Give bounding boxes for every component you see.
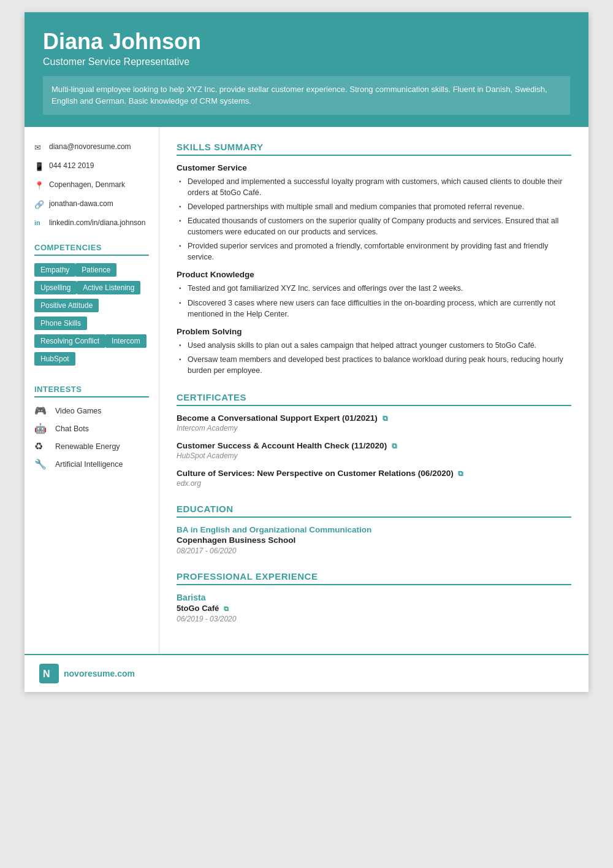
interest-label: Artificial Intelligence — [55, 460, 123, 469]
competency-badge: Positive Attitude — [34, 299, 99, 312]
competencies-list: EmpathyPatienceUpsellingActive Listening… — [34, 263, 149, 370]
phone-label: 044 412 2019 — [49, 161, 94, 171]
skill-bullet-list: Used analysis skills to plan out a sales… — [177, 340, 571, 376]
linkedin-contact: in linkedin.com/in/diana.johnson — [34, 218, 149, 228]
cert-org: Intercom Academy — [177, 424, 571, 432]
competencies-title: COMPETENCIES — [34, 243, 149, 256]
interest-icon: ♻ — [34, 440, 50, 452]
main-content: SKILLS SUMMARY Customer ServiceDeveloped… — [159, 127, 588, 655]
interests-section: INTERESTS 🎮Video Games🤖Chat Bots♻Renewab… — [34, 385, 149, 470]
cert-title: Culture of Services: New Perspective on … — [177, 469, 571, 478]
interest-label: Renewable Energy — [55, 442, 120, 451]
resume-container: Diana Johnson Customer Service Represent… — [25, 12, 588, 692]
exp-job-title: Barista — [177, 593, 571, 602]
website-label: jonathan-dawa.com — [49, 199, 113, 209]
certificates-section: CERTIFICATES Become a Conversational Sup… — [177, 392, 571, 488]
certificates-title: CERTIFICATES — [177, 392, 571, 406]
interest-item: 🔧Artificial Intelligence — [34, 458, 149, 470]
interest-label: Video Games — [55, 407, 102, 415]
competency-badge: Upselling — [34, 281, 77, 294]
website-icon: 🔗 — [34, 199, 45, 210]
skills-section: SKILLS SUMMARY Customer ServiceDeveloped… — [177, 142, 571, 377]
interests-title: INTERESTS — [34, 385, 149, 398]
certificate-item: Become a Conversational Support Expert (… — [177, 413, 571, 432]
skill-subsection-title: Product Knowledge — [177, 270, 571, 279]
location-icon: 📍 — [34, 180, 45, 191]
skills-content: Customer ServiceDeveloped and implemente… — [177, 163, 571, 377]
education-dates: 08/2017 - 06/2020 — [177, 547, 571, 555]
certificates-content: Become a Conversational Support Expert (… — [177, 413, 571, 488]
candidate-title: Customer Service Representative — [43, 56, 570, 67]
competency-badge: HubSpot — [34, 352, 75, 366]
body-section: ✉ diana@novoresume.com 📱 044 412 2019 📍 … — [25, 127, 588, 655]
cert-link-icon: ⧉ — [383, 414, 388, 423]
exp-link-icon: ⧉ — [224, 605, 229, 612]
competencies-section: COMPETENCIES EmpathyPatienceUpsellingAct… — [34, 243, 149, 370]
cert-link-icon: ⧉ — [392, 442, 397, 450]
skill-bullet-item: Oversaw team members and developed best … — [177, 354, 571, 376]
skill-bullet-list: Developed and implemented a successful l… — [177, 176, 571, 263]
email-icon: ✉ — [34, 142, 45, 153]
skill-bullet-item: Discovered 3 cases where new users can f… — [177, 298, 571, 320]
exp-dates: 06/2019 - 03/2020 — [177, 615, 571, 623]
experience-item: Barista 5toGo Café ⧉ 06/2019 - 03/2020 — [177, 593, 571, 623]
competency-badge: Patience — [75, 263, 116, 277]
skill-subsection-title: Problem Solving — [177, 327, 571, 336]
interest-icon: 🔧 — [34, 458, 50, 470]
linkedin-icon: in — [34, 218, 45, 228]
certificate-item: Customer Success & Account Health Check … — [177, 441, 571, 460]
interest-item: 🎮Video Games — [34, 405, 149, 417]
cert-org: HubSpot Academy — [177, 451, 571, 460]
interest-icon: 🎮 — [34, 405, 50, 417]
location-label: Copenhagen, Denmark — [49, 180, 125, 190]
competency-badge: Empathy — [34, 263, 75, 277]
education-degree: BA in English and Organizational Communi… — [177, 525, 571, 534]
footer-logo-text: novoresume.com — [64, 669, 135, 678]
interest-icon: 🤖 — [34, 423, 50, 434]
footer-logo: N novoresume.com — [39, 664, 135, 683]
interest-label: Chat Bots — [55, 424, 89, 433]
skill-bullet-item: Developed partnerships with multiple sma… — [177, 201, 571, 212]
header-section: Diana Johnson Customer Service Represent… — [25, 12, 588, 127]
cert-title: Customer Success & Account Health Check … — [177, 441, 571, 450]
email-label: diana@novoresume.com — [49, 142, 131, 152]
competency-badge: Active Listening — [77, 281, 140, 294]
candidate-name: Diana Johnson — [43, 29, 570, 54]
website-contact: 🔗 jonathan-dawa.com — [34, 199, 149, 210]
skill-bullet-list: Tested and got familiarized XYZ Inc. ser… — [177, 283, 571, 319]
phone-contact: 📱 044 412 2019 — [34, 161, 149, 172]
experience-title: PROFESSIONAL EXPERIENCE — [177, 571, 571, 585]
skill-bullet-item: Provided superior services and promoted … — [177, 240, 571, 263]
header-summary: Multi-lingual employee looking to help X… — [43, 76, 570, 115]
cert-org: edx.org — [177, 479, 571, 488]
competency-badge: Phone Skills — [34, 317, 87, 330]
experience-content: Barista 5toGo Café ⧉ 06/2019 - 03/2020 — [177, 593, 571, 623]
email-contact: ✉ diana@novoresume.com — [34, 142, 149, 153]
sidebar: ✉ diana@novoresume.com 📱 044 412 2019 📍 … — [25, 127, 159, 655]
novoresume-logo-icon: N — [39, 664, 59, 683]
education-section: EDUCATION BA in English and Organization… — [177, 504, 571, 555]
interest-item: ♻Renewable Energy — [34, 440, 149, 452]
footer: N novoresume.com — [25, 654, 588, 692]
phone-icon: 📱 — [34, 161, 45, 172]
education-title: EDUCATION — [177, 504, 571, 518]
competency-badge: Resolving Conflict — [34, 334, 105, 348]
cert-title: Become a Conversational Support Expert (… — [177, 413, 571, 423]
linkedin-label: linkedin.com/in/diana.johnson — [49, 218, 145, 228]
skill-bullet-item: Educated thousands of customers on the s… — [177, 215, 571, 237]
skill-subsection-title: Customer Service — [177, 163, 571, 172]
competency-badge: Intercom — [105, 334, 147, 348]
skill-bullet-item: Used analysis skills to plan out a sales… — [177, 340, 571, 351]
skill-bullet-item: Developed and implemented a successful l… — [177, 176, 571, 198]
education-school: Copenhagen Business School — [177, 536, 571, 545]
skill-bullet-item: Tested and got familiarized XYZ Inc. ser… — [177, 283, 571, 294]
interests-list: 🎮Video Games🤖Chat Bots♻Renewable Energy🔧… — [34, 405, 149, 470]
interest-item: 🤖Chat Bots — [34, 423, 149, 434]
cert-link-icon: ⧉ — [458, 469, 463, 478]
experience-section: PROFESSIONAL EXPERIENCE Barista 5toGo Ca… — [177, 571, 571, 623]
location-contact: 📍 Copenhagen, Denmark — [34, 180, 149, 191]
exp-company: 5toGo Café ⧉ — [177, 604, 571, 613]
skills-title: SKILLS SUMMARY — [177, 142, 571, 156]
contact-section: ✉ diana@novoresume.com 📱 044 412 2019 📍 … — [34, 142, 149, 229]
svg-text:N: N — [43, 669, 50, 679]
